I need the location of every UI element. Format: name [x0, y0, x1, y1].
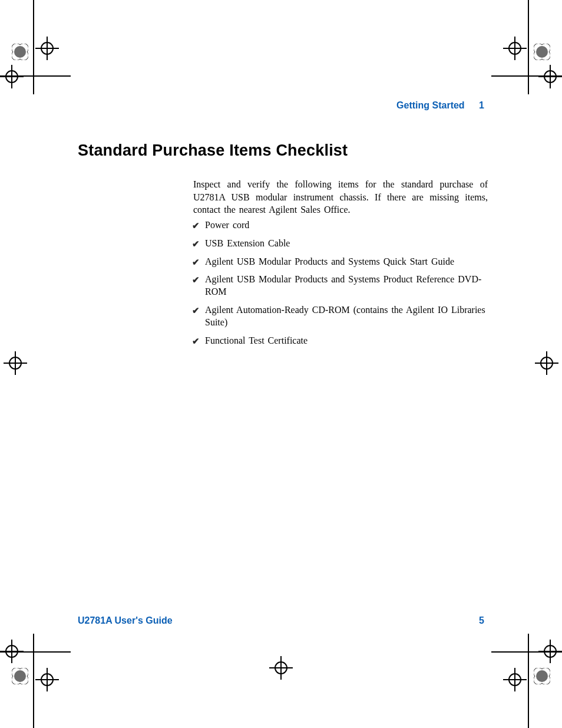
list-item: ✔Agilent USB Modular Products and System… [193, 256, 488, 268]
svg-point-7 [536, 46, 548, 58]
page-body: Getting Started 1 Standard Purchase Item… [78, 100, 484, 631]
svg-point-1 [41, 42, 53, 54]
crop-mark-bottom-center [269, 656, 305, 691]
check-icon: ✔ [192, 220, 200, 232]
page-title: Standard Purchase Items Checklist [78, 141, 348, 160]
running-header: Getting Started 1 [396, 100, 484, 111]
svg-point-8 [509, 42, 521, 54]
check-icon: ✔ [192, 336, 200, 348]
svg-point-20 [6, 645, 18, 657]
svg-point-4 [6, 71, 18, 83]
list-item: ✔Functional Test Certificate [193, 335, 488, 347]
crop-mark-bottom-left [0, 634, 71, 728]
page-footer: U2781A User's Guide 5 [78, 615, 484, 626]
crop-mark-top-left [0, 0, 71, 94]
crop-mark-mid-left [0, 348, 35, 383]
section-name: Getting Started [396, 100, 465, 110]
crop-mark-bottom-right [491, 634, 562, 728]
item-text: Agilent Automation-Ready CD-ROM (contain… [205, 305, 485, 327]
page-number: 5 [479, 615, 484, 626]
check-icon: ✔ [192, 257, 200, 269]
check-icon: ✔ [192, 305, 200, 317]
check-icon: ✔ [192, 275, 200, 286]
item-text: Agilent USB Modular Products and Systems… [205, 274, 481, 297]
svg-point-0 [14, 46, 26, 58]
chapter-number: 1 [479, 100, 484, 110]
svg-point-34 [509, 674, 521, 686]
check-icon: ✔ [192, 239, 200, 251]
svg-point-30 [544, 645, 556, 657]
list-item: ✔USB Extension Cable [193, 238, 488, 250]
list-item: ✔Agilent Automation-Ready CD-ROM (contai… [193, 304, 488, 329]
crop-mark-mid-right [527, 348, 562, 383]
doc-title: U2781A User's Guide [78, 615, 173, 625]
item-text: Functional Test Certificate [205, 335, 308, 345]
crop-mark-top-right [491, 0, 562, 94]
item-text: Agilent USB Modular Products and Systems… [205, 256, 454, 266]
svg-point-33 [536, 670, 548, 682]
list-item: ✔Agilent USB Modular Products and System… [193, 274, 488, 298]
svg-point-11 [544, 71, 556, 83]
item-text: Power cord [205, 220, 249, 230]
checklist: ✔Power cord ✔USB Extension Cable ✔Agilen… [193, 219, 488, 353]
svg-point-14 [9, 357, 21, 369]
svg-point-17 [541, 357, 553, 369]
svg-point-23 [14, 670, 26, 682]
svg-point-24 [41, 674, 53, 686]
item-text: USB Extension Cable [205, 238, 290, 248]
list-item: ✔Power cord [193, 219, 488, 232]
svg-point-27 [275, 662, 287, 674]
intro-paragraph: Inspect and verify the following items f… [193, 178, 488, 216]
